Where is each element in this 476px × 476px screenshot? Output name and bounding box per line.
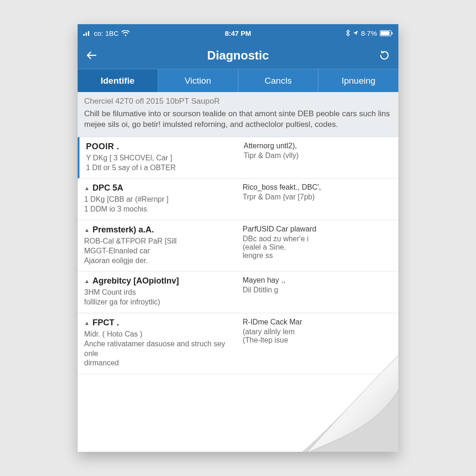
item-title: Premsterk) a.A. bbox=[93, 225, 154, 235]
triangle-icon: ▲ bbox=[84, 185, 90, 192]
item-sub-left-3: Ajaoran eoligje der. bbox=[84, 256, 233, 266]
signal-icon bbox=[83, 30, 91, 36]
item-right-2: DBc aod zu wher'e i bbox=[243, 235, 392, 243]
item-sub-left-1: 3HM Count irds bbox=[84, 288, 233, 298]
battery-percent-label: 8·7% bbox=[361, 29, 377, 37]
svg-rect-6 bbox=[381, 31, 390, 35]
list-item[interactable]: ▲Agrebitcy [AOpiotlnv] 3HM Count irds fo… bbox=[78, 271, 398, 313]
tab-bar: Identifie Viction Cancls Ipnueing bbox=[78, 69, 398, 92]
list-item[interactable]: ▲DPC 5A 1 DKg [CBB ar (#Rernpr ] 1 DDM i… bbox=[78, 178, 398, 220]
tab-ipnueing[interactable]: Ipnueing bbox=[318, 69, 398, 92]
tab-label: Identifie bbox=[100, 76, 134, 86]
bluetooth-icon bbox=[346, 30, 350, 36]
svg-rect-0 bbox=[83, 34, 85, 36]
item-sub-left-2: 1 Dtl or 5 say of i a OBTER bbox=[86, 163, 234, 173]
item-sub-left-2: Anche rativatamer dasuose and struch sey… bbox=[84, 339, 233, 359]
tab-viction[interactable]: Viction bbox=[158, 69, 238, 92]
tab-label: Viction bbox=[185, 76, 211, 86]
item-right-4: lengre ss bbox=[243, 251, 392, 260]
intro-heading: Cherciel 42T0 ofl 2015 10bPT SaupoR bbox=[84, 97, 392, 106]
triangle-icon: ▲ bbox=[84, 227, 90, 233]
intro-block: Cherciel 42T0 ofl 2015 10bPT SaupoR Chil… bbox=[78, 92, 398, 137]
tab-cancls[interactable]: Cancls bbox=[238, 69, 319, 92]
list-item[interactable]: ▲Premsterk) a.A. ROB-Cal &TFPOR PaR [Sil… bbox=[78, 220, 398, 271]
item-sub-left-2: MGGT-Elnanled car bbox=[84, 246, 233, 256]
item-title: DPC 5A bbox=[93, 183, 123, 193]
item-right-2: (atary allnly lem bbox=[243, 328, 392, 336]
item-right-3: (The-ltep isue bbox=[243, 336, 392, 344]
item-sub-left-1: ROB-Cal &TFPOR PaR [Sill bbox=[84, 237, 233, 246]
list-item[interactable]: POOIR . Y DKg [ 3 5HCOVEl, Car ] 1 Dtl o… bbox=[78, 137, 398, 179]
svg-rect-2 bbox=[88, 31, 89, 36]
location-icon bbox=[353, 30, 358, 36]
intro-body: Chill be filumative into or sourson teal… bbox=[84, 109, 392, 130]
battery-icon bbox=[380, 30, 393, 36]
svg-rect-5 bbox=[392, 32, 393, 34]
item-title: POOIR . bbox=[86, 142, 119, 152]
item-right-2: Dil Dtitlin g bbox=[243, 286, 392, 294]
diagnostic-list: POOIR . Y DKg [ 3 5HCOVEl, Car ] 1 Dtl o… bbox=[78, 137, 398, 374]
tab-identifie[interactable]: Identifie bbox=[78, 69, 158, 92]
svg-rect-1 bbox=[86, 33, 87, 36]
item-right-1: ParfUSID Car plaward bbox=[243, 225, 392, 233]
svg-point-3 bbox=[125, 34, 126, 36]
tab-label: Ipnueing bbox=[342, 76, 376, 86]
item-sub-left-1: Midr. ( Hoto Cas ) bbox=[84, 330, 233, 339]
title-bar: Diagnostic bbox=[78, 42, 398, 69]
item-sub-left-1: Y DKg [ 3 5HCOVEl, Car ] bbox=[86, 153, 234, 163]
carrier-label: co: 1BC bbox=[94, 29, 119, 37]
item-title: Agrebitcy [AOpiotlnv] bbox=[93, 276, 179, 286]
tab-label: Cancls bbox=[264, 76, 291, 86]
list-item[interactable]: ▲FPCT . Midr. ( Hoto Cas ) Anche rativat… bbox=[78, 313, 398, 374]
triangle-icon: ▲ bbox=[84, 278, 90, 284]
item-right-1: Mayen hay ., bbox=[243, 276, 392, 284]
item-right-2: Tipr & Dam (vlly) bbox=[244, 152, 392, 160]
item-right-1: R-IDme Cack Mar bbox=[243, 318, 392, 326]
phone-frame: co: 1BC 8:47 PM 8·7% bbox=[78, 24, 398, 452]
triangle-icon: ▲ bbox=[84, 320, 90, 326]
item-sub-left-2: 1 DDM io 3 mochis bbox=[84, 205, 233, 214]
item-right-1: Atternorg untl2), bbox=[244, 142, 392, 150]
item-sub-left-1: 1 DKg [CBB ar (#Rernpr ] bbox=[84, 195, 233, 205]
item-sub-left-3: dirmanced bbox=[84, 358, 233, 368]
item-sub-left-2: folllizer ga for infroytlic) bbox=[84, 298, 233, 307]
item-right-3: (ealel a Sine. bbox=[243, 243, 392, 251]
page-title: Diagnostic bbox=[78, 48, 398, 63]
item-right-2: Trpr & Dam {var [7pb) bbox=[243, 193, 392, 201]
status-bar: co: 1BC 8:47 PM 8·7% bbox=[78, 24, 398, 42]
item-title: FPCT . bbox=[93, 318, 119, 328]
item-right-1: Rico_boss feakt., DBC', bbox=[243, 183, 392, 192]
wifi-icon bbox=[121, 30, 130, 36]
